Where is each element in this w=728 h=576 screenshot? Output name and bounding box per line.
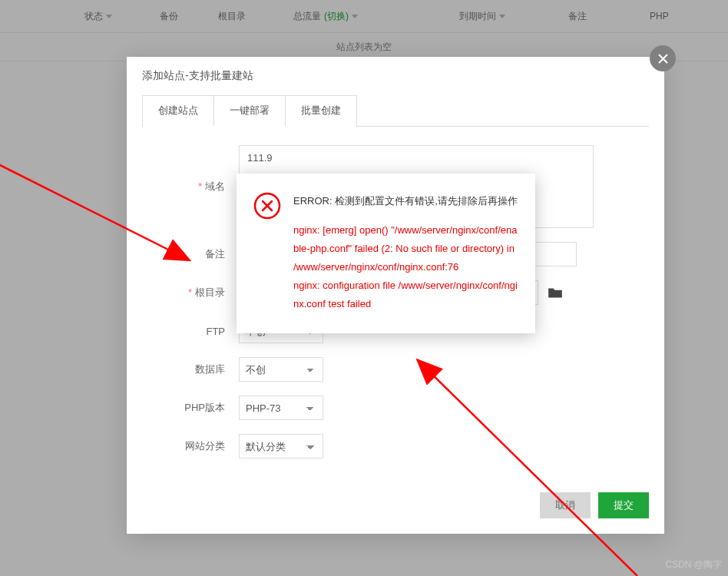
- category-select[interactable]: 默认分类: [239, 434, 323, 458]
- label-root: *根目录: [148, 286, 239, 300]
- watermark: CSDN @陶字: [665, 558, 722, 571]
- close-icon[interactable]: [650, 45, 676, 71]
- tab-create-site[interactable]: 创建站点: [143, 96, 214, 127]
- error-message: nginx: [emerg] open() "/www/server/nginx…: [293, 221, 518, 313]
- cancel-button[interactable]: 取消: [540, 492, 591, 518]
- label-category: 网站分类: [148, 439, 239, 453]
- tab-one-click[interactable]: 一键部署: [214, 96, 286, 127]
- error-title: ERROR: 检测到配置文件有错误,请先排除后再操作: [293, 192, 518, 210]
- label-domain: *域名: [148, 180, 239, 194]
- folder-icon[interactable]: [548, 286, 563, 299]
- php-select[interactable]: PHP-73: [239, 396, 323, 420]
- db-select[interactable]: 不创: [239, 357, 323, 382]
- label-ftp: FTP: [148, 326, 239, 337]
- label-db: 数据库: [148, 362, 239, 376]
- error-icon: [253, 192, 281, 313]
- modal-tabs: 创建站点 一键部署 批量创建: [142, 95, 357, 127]
- error-popup: ERROR: 检测到配置文件有错误,请先排除后再操作 nginx: [emerg…: [237, 174, 535, 333]
- label-remark: 备注: [148, 247, 239, 261]
- label-php: PHP版本: [148, 401, 239, 415]
- modal-title: 添加站点-支持批量建站: [127, 57, 664, 95]
- tab-batch[interactable]: 批量创建: [286, 96, 356, 127]
- submit-button[interactable]: 提交: [598, 492, 649, 518]
